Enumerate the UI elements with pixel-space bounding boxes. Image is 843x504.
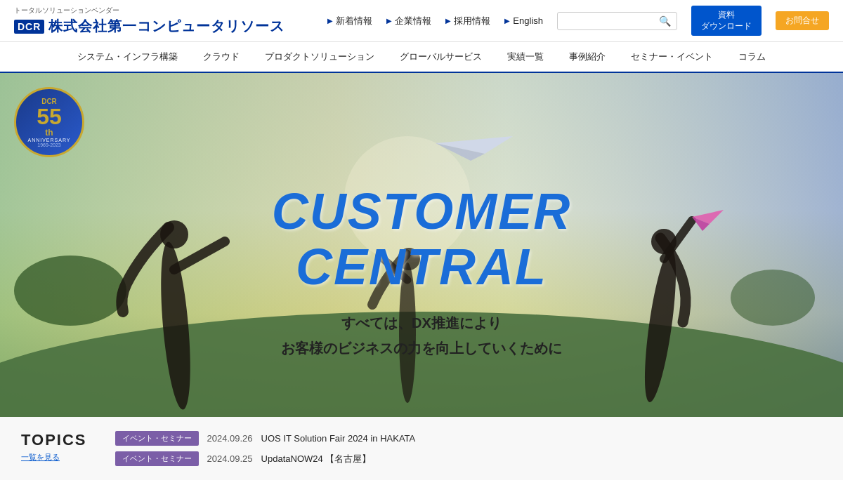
hero-subtitle-line1: すべては、DX推進により [211,310,632,336]
topics-list: イベント・セミナー 2024.09.26 UOS IT Solution Fai… [115,431,822,466]
logo-area: トータルソリューションベンダー DCR 株式会社第一コンピュータリソース [14,6,285,36]
topic-date-1: 2024.09.25 [207,453,253,464]
nav-recruit[interactable]: ▶ 採用情報 [445,15,490,27]
search-box: 🔍 [557,12,677,30]
search-icon[interactable]: 🔍 [659,15,671,27]
hero-content: CUSTOMER CENTRAL [272,184,572,295]
topic-tag-0: イベント・セミナー [115,431,199,446]
topics-title: TOPICS [21,431,87,449]
list-item: イベント・セミナー 2024.09.26 UOS IT Solution Fai… [115,431,822,446]
nav-company[interactable]: ▶ 企業情報 [386,15,431,27]
nav-english[interactable]: ▶ English [504,15,543,26]
nav-item-column[interactable]: コラム [726,42,778,72]
nav-item-product[interactable]: プロダクトソリューション [252,42,387,72]
nav-item-global[interactable]: グローバルサービス [387,42,495,72]
topic-title-1[interactable]: UpdataNOW24 【名古屋】 [261,453,372,465]
nav-item-seminar[interactable]: セミナー・イベント [618,42,726,72]
arrow-icon: ▶ [327,17,333,25]
badge-years: 1969-2023 [37,142,60,147]
nav-recruit-label: 採用情報 [454,15,490,27]
tagline: トータルソリューションベンダー [14,6,285,15]
hero-title: CUSTOMER CENTRAL [272,184,572,295]
badge-anniversary: ANNIVERSARY [27,138,70,142]
contact-button[interactable]: お問合せ [776,11,829,31]
hero-title-line2: CENTRAL [272,239,572,295]
svg-point-3 [14,256,126,326]
nav-company-label: 企業情報 [395,15,431,27]
download-button[interactable]: 資料 ダウンロード [691,6,762,36]
top-nav: ▶ 新着情報 ▶ 企業情報 ▶ 採用情報 ▶ English 🔍 資料 ダウンロ… [327,6,829,36]
search-input[interactable] [563,15,655,26]
anniversary-badge: DCR 55 th ANNIVERSARY 1969-2023 [14,87,84,164]
hero-section: DCR 55 th ANNIVERSARY 1969-2023 CUSTOMER… [0,73,843,417]
topic-title-0[interactable]: UOS IT Solution Fair 2024 in HAKATA [261,433,416,444]
arrow-icon: ▶ [504,17,510,25]
dcr-badge: DCR [14,20,44,34]
svg-point-4 [731,270,815,326]
topic-date-0: 2024.09.26 [207,433,253,444]
nav-english-label: English [513,15,543,26]
arrow-icon: ▶ [386,17,392,25]
topics-section: TOPICS 一覧を見る イベント・セミナー 2024.09.26 UOS IT… [0,417,843,480]
top-bar: トータルソリューションベンダー DCR 株式会社第一コンピュータリソース ▶ 新… [0,0,843,42]
nav-item-cases[interactable]: 事例紹介 [556,42,618,72]
nav-item-results[interactable]: 実績一覧 [495,42,556,72]
nav-news-label: 新着情報 [336,15,372,27]
nav-item-cloud[interactable]: クラウド [190,42,252,72]
list-item: イベント・セミナー 2024.09.25 UpdataNOW24 【名古屋】 [115,451,822,466]
topic-tag-1: イベント・セミナー [115,451,199,466]
nav-news[interactable]: ▶ 新着情報 [327,15,372,27]
hero-subtitle-line2: お客様のビジネスの力を向上していくために [211,336,632,361]
topics-header: TOPICS 一覧を見る [21,431,87,463]
nav-item-system[interactable]: システム・インフラ構築 [65,42,190,72]
badge-th: th [45,128,53,138]
hero-subtitle: すべては、DX推進により お客様のビジネスの力を向上していくために [211,310,632,361]
badge-circle: DCR 55 th ANNIVERSARY 1969-2023 [14,87,84,157]
company-name: 株式会社第一コンピュータリソース [48,17,285,36]
arrow-icon: ▶ [445,17,451,25]
main-nav: システム・インフラ構築 クラウド プロダクトソリューション グローバルサービス … [0,42,843,73]
badge-number: 55 [37,105,62,128]
hero-title-line1: CUSTOMER [272,184,572,239]
logo-main: DCR 株式会社第一コンピュータリソース [14,17,285,36]
topics-link[interactable]: 一覧を見る [21,452,60,463]
